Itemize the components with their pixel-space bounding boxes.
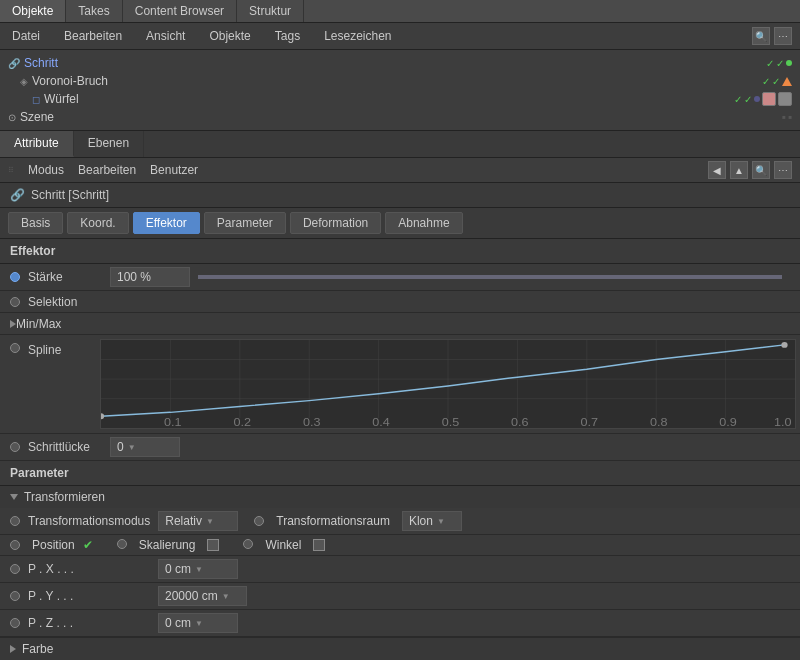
menu-search-area: 🔍 ⋯	[752, 27, 792, 45]
voronoi-icons: ✓ ✓	[762, 76, 792, 87]
menu-bar: Datei Bearbeiten Ansicht Objekte Tags Le…	[0, 23, 800, 50]
section-icon: 🔗	[10, 188, 25, 202]
wuerfel-icon: ◻	[32, 94, 40, 105]
skalierung-radio[interactable]	[117, 539, 127, 549]
px-input[interactable]: 0 cm ▼	[158, 559, 238, 579]
spline-label: Spline	[0, 339, 100, 361]
py-input[interactable]: 20000 cm ▼	[158, 586, 247, 606]
svg-text:0.6: 0.6	[511, 415, 529, 428]
param-tab-parameter[interactable]: Parameter	[204, 212, 286, 234]
transformationsraum-label: Transformationsraum	[276, 514, 390, 528]
param-tab-abnahme[interactable]: Abnahme	[385, 212, 462, 234]
attr-menu-benutzer[interactable]: Benutzer	[150, 163, 198, 177]
attr-menu-bearbeiten[interactable]: Bearbeiten	[78, 163, 136, 177]
menu-tags[interactable]: Tags	[271, 27, 304, 45]
pz-label: P . Z . . .	[10, 616, 150, 630]
transformationsraum-dropdown[interactable]: Klon ▼	[402, 511, 462, 531]
py-arrow: ▼	[222, 592, 230, 601]
szene-icon: ⊙	[8, 112, 16, 123]
minmax-row[interactable]: Min/Max	[0, 313, 800, 335]
staerke-slider-fill	[198, 275, 782, 279]
spline-svg: 0.1 0.2 0.3 0.4 0.5 0.6 0.7 0.8 0.9 1.0	[101, 340, 795, 428]
schrittluecke-radio[interactable]	[10, 442, 20, 452]
spline-section: Spline 0.1 0.2 0.3 0.4 0.5 0.6	[0, 335, 800, 434]
object-szene[interactable]: ⊙ Szene ▪ ▪	[4, 108, 796, 126]
wuerfel-icons: ✓ ✓	[734, 92, 792, 106]
search-button[interactable]: 🔍	[752, 27, 770, 45]
tab-objekte[interactable]: Objekte	[0, 0, 66, 22]
object-wuerfel[interactable]: ◻ Würfel ✓ ✓	[28, 90, 796, 108]
svg-point-22	[101, 413, 104, 419]
winkel-checkbox[interactable]	[313, 539, 325, 551]
section-title-row: 🔗 Schritt [Schritt]	[0, 183, 800, 208]
transformationsmodus-row: Transformationsmodus Relativ ▼ Transform…	[0, 508, 800, 535]
nav-back-button[interactable]: ◀	[708, 161, 726, 179]
transformationsmodus-dropdown[interactable]: Relativ ▼	[158, 511, 238, 531]
transformationsraum-radio[interactable]	[254, 516, 264, 526]
menu-ansicht[interactable]: Ansicht	[142, 27, 189, 45]
transformieren-section: Transformieren Transformationsmodus Rela…	[0, 486, 800, 638]
voronoi-name: Voronoi-Bruch	[32, 74, 108, 88]
szene-vis: ▪	[781, 110, 785, 124]
szene-dot: ▪	[788, 110, 792, 124]
param-tab-koord[interactable]: Koord.	[67, 212, 128, 234]
position-label: Position	[32, 538, 75, 552]
menu-objekte[interactable]: Objekte	[205, 27, 254, 45]
staerke-slider[interactable]	[198, 275, 782, 279]
py-row: P . Y . . . 20000 cm ▼	[0, 583, 800, 610]
nav-up-button[interactable]: ▲	[730, 161, 748, 179]
tab-takes[interactable]: Takes	[66, 0, 122, 22]
voronoi-triangle	[782, 77, 792, 86]
nav-extra-button[interactable]: ⋯	[774, 161, 792, 179]
schritt-name: Schritt	[24, 56, 58, 70]
attribute-tabs: Attribute Ebenen	[0, 131, 800, 158]
selektion-label: Selektion	[10, 295, 110, 309]
px-radio[interactable]	[10, 564, 20, 574]
staerke-value[interactable]: 100 %	[110, 267, 190, 287]
position-radio[interactable]	[10, 540, 20, 550]
skalierung-label: Skalierung	[139, 538, 196, 552]
tab-struktur[interactable]: Struktur	[237, 0, 304, 22]
param-tab-deformation[interactable]: Deformation	[290, 212, 381, 234]
tab-ebenen[interactable]: Ebenen	[74, 131, 144, 157]
object-schritt[interactable]: 🔗 Schritt ✓ ✓	[4, 54, 796, 72]
menu-datei[interactable]: Datei	[8, 27, 44, 45]
skalierung-checkbox[interactable]	[207, 539, 219, 551]
transformationsmodus-radio[interactable]	[10, 516, 20, 526]
selektion-row: Selektion	[0, 291, 800, 313]
menu-lesezeichen[interactable]: Lesezeichen	[320, 27, 395, 45]
schrittluecke-row: Schrittlücke 0 ▼	[0, 434, 800, 461]
effektor-header: Effektor	[0, 239, 800, 264]
schritt-expand-icon: 🔗	[8, 58, 20, 69]
farbe-row[interactable]: Farbe	[0, 638, 800, 660]
transformationsraum-arrow: ▼	[437, 517, 445, 526]
staerke-radio[interactable]	[10, 272, 20, 282]
schrittluecke-dropdown[interactable]: 0 ▼	[110, 437, 180, 457]
transformieren-header[interactable]: Transformieren	[0, 486, 800, 508]
object-voronoi[interactable]: ◈ Voronoi-Bruch ✓ ✓	[16, 72, 796, 90]
px-arrow: ▼	[195, 565, 203, 574]
voronoi-render: ✓	[772, 76, 780, 87]
nav-search-button[interactable]: 🔍	[752, 161, 770, 179]
tab-attribute[interactable]: Attribute	[0, 131, 74, 157]
winkel-radio[interactable]	[243, 539, 253, 549]
szene-name: Szene	[20, 110, 54, 124]
selektion-radio[interactable]	[10, 297, 20, 307]
spline-radio[interactable]	[10, 343, 20, 353]
py-label: P . Y . . .	[10, 589, 150, 603]
pz-row: P . Z . . . 0 cm ▼	[0, 610, 800, 637]
szene-icons: ▪ ▪	[781, 110, 792, 124]
tab-content-browser[interactable]: Content Browser	[123, 0, 237, 22]
menu-bearbeiten[interactable]: Bearbeiten	[60, 27, 126, 45]
wuerfel-tag1	[762, 92, 776, 106]
param-tab-basis[interactable]: Basis	[8, 212, 63, 234]
spline-graph[interactable]: 0.1 0.2 0.3 0.4 0.5 0.6 0.7 0.8 0.9 1.0	[100, 339, 796, 429]
param-tab-effektor[interactable]: Effektor	[133, 212, 200, 234]
menu-extra-button[interactable]: ⋯	[774, 27, 792, 45]
wuerfel-render: ✓	[744, 94, 752, 105]
pz-radio[interactable]	[10, 618, 20, 628]
wuerfel-tag2	[778, 92, 792, 106]
attr-menu-modus[interactable]: Modus	[28, 163, 64, 177]
pz-input[interactable]: 0 cm ▼	[158, 613, 238, 633]
py-radio[interactable]	[10, 591, 20, 601]
